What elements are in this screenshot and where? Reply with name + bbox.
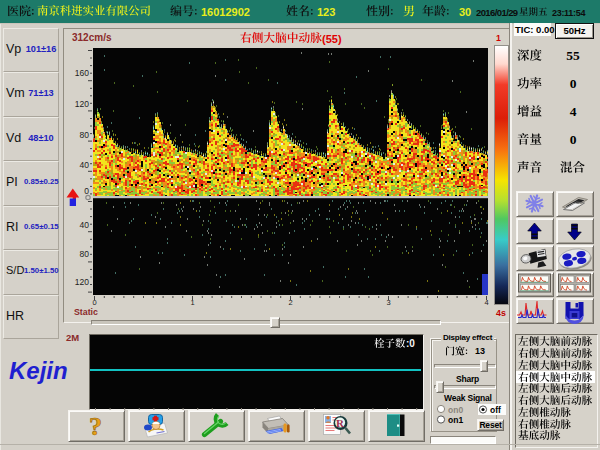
svg-text:R: R: [336, 417, 345, 429]
svg-text:?: ?: [89, 412, 102, 441]
